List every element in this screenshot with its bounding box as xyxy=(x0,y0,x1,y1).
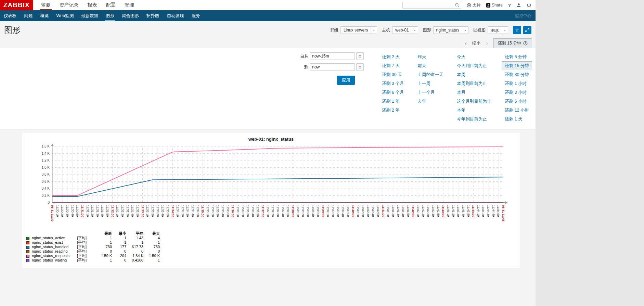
to-calendar-button[interactable] xyxy=(356,63,364,71)
main-menu-item-0[interactable]: 监测 xyxy=(37,0,55,10)
sub-menu-item-2[interactable]: 概览 xyxy=(37,10,53,21)
search-icon[interactable] xyxy=(455,3,460,8)
view-as-select-value: 图形 xyxy=(488,27,502,34)
quick-range-link[interactable]: 今天 xyxy=(454,52,494,61)
quick-range-link[interactable]: 还剩 2 天 xyxy=(379,52,407,61)
quick-range-link[interactable]: 还剩 1 天 xyxy=(502,115,532,124)
zabbix-logo[interactable]: ZABBIX xyxy=(0,0,33,10)
svg-text:11:32:10: 11:32:10 xyxy=(116,205,119,217)
quick-range-link[interactable]: 今天到目前为止 xyxy=(454,61,494,70)
legend-row: nginx_status_reading[平均]0000 xyxy=(26,249,520,254)
search-input[interactable] xyxy=(402,2,461,9)
sub-menu-item-6[interactable]: 聚合图形 xyxy=(118,10,143,21)
sub-menu-item-3[interactable]: Web监测 xyxy=(53,10,77,21)
favorite-button[interactable]: ☆ xyxy=(513,26,521,34)
quick-range-link[interactable]: 还剩 1 年 xyxy=(379,97,407,106)
host-select[interactable]: web-01 ▼ xyxy=(392,26,418,34)
help-link[interactable]: ? xyxy=(508,3,511,8)
graph-select[interactable]: nginx_status ▼ xyxy=(433,26,468,34)
time-range-label: 还剩 15 分钟 xyxy=(498,40,521,46)
quick-range-link[interactable]: 还剩 3 小时 xyxy=(502,88,532,97)
to-input[interactable] xyxy=(310,63,355,71)
quick-range-link[interactable]: 这个月到目前为止 xyxy=(454,97,494,106)
main-menu-item-4[interactable]: 管理 xyxy=(120,0,139,10)
quick-range-link[interactable]: 上一个月 xyxy=(414,88,446,97)
quick-range-link[interactable]: 上一周 xyxy=(414,79,446,88)
legend-func: [平均] xyxy=(77,258,93,263)
quick-range-link[interactable]: 还剩 3 个月 xyxy=(379,79,407,88)
host-label: 主机 xyxy=(382,27,390,33)
sub-menu-item-8[interactable]: 自动发现 xyxy=(163,10,188,21)
legend-func: [平均] xyxy=(77,245,93,249)
time-forward-icon[interactable]: › xyxy=(486,40,488,46)
legend-series-name: nginx_status_exist xyxy=(32,240,77,245)
clock-icon xyxy=(523,41,528,46)
sub-menu-item-1[interactable]: 问题 xyxy=(21,10,37,21)
sub-menu-item-5[interactable]: 图形 xyxy=(102,10,118,21)
svg-text:11:32:40: 11:32:40 xyxy=(131,205,134,217)
quick-range-link[interactable]: 还剩 12 小时 xyxy=(502,106,532,115)
svg-text:11:41:30: 11:41:30 xyxy=(397,205,400,217)
main-menu-item-1[interactable]: 资产记录 xyxy=(55,0,83,10)
group-select[interactable]: Linux servers ▼ xyxy=(340,26,377,34)
app-window: ZABBIX 监测资产记录报表配置管理 支持 Z Share xyxy=(0,0,536,306)
profile-link[interactable] xyxy=(516,3,521,8)
from-calendar-button[interactable] xyxy=(356,52,364,60)
quick-range-link[interactable]: 还剩 2 年 xyxy=(379,106,407,115)
quick-range-link[interactable]: 今年到目前为止 xyxy=(454,115,494,124)
svg-text:0.8 K: 0.8 K xyxy=(42,173,50,176)
quick-range-link[interactable]: 本周到目前为止 xyxy=(454,79,494,88)
sub-menu-item-4[interactable]: 最新数据 xyxy=(77,10,102,21)
quick-range-link[interactable]: 本月 xyxy=(454,88,494,97)
quick-range-link[interactable]: 还剩 6 个月 xyxy=(379,88,407,97)
share-link[interactable]: Z Share xyxy=(486,3,503,8)
svg-text:1.4 K: 1.4 K xyxy=(42,152,50,155)
svg-text:11:37:20: 11:37:20 xyxy=(271,205,274,217)
sub-menu-item-9[interactable]: 服务 xyxy=(188,10,204,21)
svg-text:11:39:10: 11:39:10 xyxy=(326,205,330,217)
quick-range-link[interactable]: 还剩 5 分钟 xyxy=(502,52,532,61)
zoom-out-button[interactable]: 缩小 xyxy=(472,40,480,46)
quick-range-link[interactable]: 上周的这一天 xyxy=(414,70,446,79)
support-link[interactable]: 支持 xyxy=(467,2,481,8)
sub-menu-item-0[interactable]: 仪表板 xyxy=(0,10,21,21)
quick-range-link[interactable]: 还剩 15 分钟 xyxy=(502,61,532,70)
main-menu-item-2[interactable]: 报表 xyxy=(83,0,102,10)
main-menu-item-3[interactable]: 配置 xyxy=(102,0,120,10)
legend-series-name: nginx_status_reading xyxy=(32,249,77,254)
quick-range-link[interactable]: 还剩 6 小时 xyxy=(502,97,532,106)
svg-text:11:42:30: 11:42:30 xyxy=(426,205,430,217)
time-range-tab[interactable]: 还剩 15 分钟 xyxy=(493,38,532,48)
quick-range-link[interactable]: 还剩 30 分钟 xyxy=(502,70,532,79)
svg-text:11:37:50: 11:37:50 xyxy=(286,205,289,217)
chevron-down-icon: ▼ xyxy=(412,27,418,34)
quick-range-link[interactable]: 去年 xyxy=(414,97,446,106)
graph-svg[interactable]: 05-31 11:3011:30:1011:30:2011:30:3011:30… xyxy=(25,144,518,227)
logout-link[interactable] xyxy=(527,3,531,8)
legend-avg: 617.73 xyxy=(126,245,143,249)
apply-button[interactable]: 应用 xyxy=(337,76,355,85)
group-select-value: Linux servers xyxy=(341,27,371,34)
sub-menu-item-7[interactable]: 拓扑图 xyxy=(143,10,163,21)
server-name-label: 监控中心 xyxy=(515,10,531,21)
group-label: 群组 xyxy=(330,27,338,33)
view-as-select[interactable]: 图形 ▼ xyxy=(488,26,508,34)
fullscreen-button[interactable] xyxy=(523,26,531,34)
time-back-icon[interactable]: ‹ xyxy=(465,40,467,46)
svg-text:11:35:10: 11:35:10 xyxy=(206,205,209,217)
svg-text:11:33:30: 11:33:30 xyxy=(156,205,159,217)
svg-text:1.6 K: 1.6 K xyxy=(42,144,50,148)
quick-range-link[interactable]: 本周 xyxy=(454,70,494,79)
graph-canvas[interactable]: 05-31 11:3011:30:1011:30:2011:30:3011:30… xyxy=(22,144,520,227)
quick-range-link[interactable]: 昨天 xyxy=(414,52,446,61)
svg-text:11:37:40: 11:37:40 xyxy=(281,205,285,217)
legend-color-swatch xyxy=(26,241,29,244)
quick-range-link[interactable]: 还剩 1 小时 xyxy=(502,79,532,88)
quick-range-link[interactable]: 本年 xyxy=(454,106,494,115)
from-input[interactable] xyxy=(310,52,355,60)
svg-text:11:31:50: 11:31:50 xyxy=(106,205,109,217)
legend-avg: 0 xyxy=(126,249,143,254)
quick-range-link[interactable]: 前天 xyxy=(414,61,446,70)
quick-range-link[interactable]: 还剩 30 天 xyxy=(379,70,407,79)
quick-range-link[interactable]: 还剩 7 天 xyxy=(379,61,407,70)
